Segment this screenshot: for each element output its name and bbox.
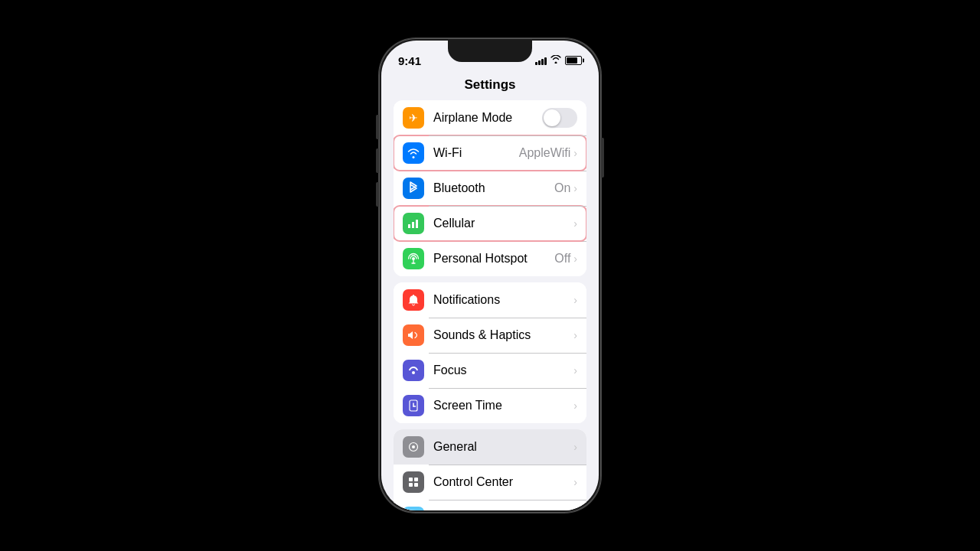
- battery-icon: [565, 56, 582, 65]
- svg-rect-12: [409, 478, 413, 481]
- general-label: General: [433, 440, 573, 454]
- wifi-label: Wi-Fi: [433, 146, 519, 160]
- notifications-icon: [403, 289, 424, 311]
- svg-point-11: [412, 445, 415, 448]
- section-general: General › Control Center ›: [394, 429, 586, 510]
- cellular-label: Cellular: [433, 217, 573, 230]
- personal-hotspot-chevron: ›: [573, 253, 577, 265]
- row-display-brightness[interactable]: AA Display & Brightness ›: [394, 500, 586, 510]
- page-title: Settings: [381, 74, 599, 100]
- phone-frame: 9:41: [379, 38, 601, 513]
- display-brightness-icon: AA: [403, 507, 424, 510]
- svg-rect-15: [414, 483, 418, 487]
- row-focus[interactable]: Focus ›: [394, 353, 586, 388]
- signal-icon: [535, 56, 547, 65]
- row-bluetooth[interactable]: Bluetooth On ›: [394, 171, 586, 206]
- section-connectivity: ✈ Airplane Mode Wi-Fi A: [394, 100, 586, 276]
- control-center-chevron: ›: [573, 476, 577, 488]
- svg-rect-0: [408, 224, 410, 228]
- screen-time-icon: [403, 395, 424, 416]
- row-notifications[interactable]: Notifications ›: [394, 282, 586, 318]
- wifi-status-icon: [550, 55, 561, 66]
- bluetooth-value: On: [554, 181, 570, 195]
- settings-content: ✈ Airplane Mode Wi-Fi A: [381, 100, 599, 510]
- screen-time-label: Screen Time: [433, 399, 573, 412]
- row-sounds-haptics[interactable]: Sounds & Haptics ›: [394, 318, 586, 353]
- row-screen-time[interactable]: Screen Time ›: [394, 388, 586, 423]
- notifications-chevron: ›: [573, 294, 577, 306]
- svg-rect-14: [409, 483, 413, 487]
- personal-hotspot-value: Off: [554, 252, 570, 266]
- wifi-chevron: ›: [573, 147, 577, 159]
- focus-label: Focus: [433, 364, 573, 377]
- cellular-icon: [403, 213, 424, 234]
- airplane-mode-toggle[interactable]: [542, 108, 577, 128]
- row-wifi[interactable]: Wi-Fi AppleWifi ›: [394, 135, 586, 171]
- section-notifications: Notifications › Sounds & Haptics ›: [394, 282, 586, 423]
- row-cellular[interactable]: Cellular ›: [394, 206, 586, 241]
- airplane-mode-icon: ✈: [403, 107, 424, 129]
- airplane-mode-label: Airplane Mode: [433, 111, 542, 125]
- svg-rect-13: [414, 478, 418, 481]
- row-general[interactable]: General ›: [394, 429, 586, 465]
- svg-rect-1: [412, 222, 414, 228]
- sounds-haptics-icon: [403, 324, 424, 346]
- svg-rect-2: [416, 220, 418, 228]
- general-icon: [403, 436, 424, 458]
- sounds-haptics-chevron: ›: [573, 329, 577, 341]
- cellular-chevron: ›: [573, 217, 577, 230]
- row-personal-hotspot[interactable]: Personal Hotspot Off ›: [394, 241, 586, 276]
- status-icons: [535, 55, 582, 66]
- screen-time-chevron: ›: [573, 399, 577, 412]
- row-airplane-mode[interactable]: ✈ Airplane Mode: [394, 100, 586, 135]
- status-time: 9:41: [398, 54, 421, 67]
- general-chevron: ›: [573, 441, 577, 453]
- focus-icon: [403, 360, 424, 381]
- status-bar: 9:41: [381, 41, 599, 74]
- control-center-icon: [403, 471, 424, 493]
- wifi-icon: [403, 142, 424, 164]
- personal-hotspot-label: Personal Hotspot: [433, 252, 554, 266]
- bluetooth-chevron: ›: [573, 182, 577, 194]
- control-center-label: Control Center: [433, 475, 573, 489]
- personal-hotspot-icon: [403, 248, 424, 269]
- row-control-center[interactable]: Control Center ›: [394, 465, 586, 500]
- phone-screen: 9:41: [381, 41, 599, 510]
- bluetooth-icon: [403, 178, 424, 199]
- focus-chevron: ›: [573, 364, 577, 377]
- sounds-haptics-label: Sounds & Haptics: [433, 328, 573, 342]
- svg-point-6: [412, 371, 415, 374]
- notifications-label: Notifications: [433, 293, 573, 307]
- wifi-value: AppleWifi: [519, 146, 571, 160]
- bluetooth-label: Bluetooth: [433, 181, 554, 195]
